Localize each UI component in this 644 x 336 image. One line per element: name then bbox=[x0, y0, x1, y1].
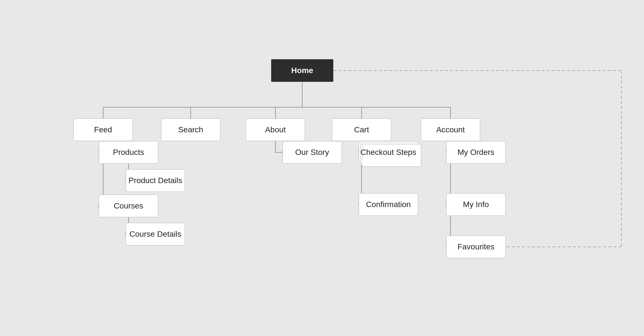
my-info-label: My Info bbox=[463, 200, 489, 209]
products-node[interactable]: Products bbox=[99, 141, 158, 164]
home-label: Home bbox=[291, 66, 313, 75]
about-node[interactable]: About bbox=[246, 118, 305, 141]
my-orders-node[interactable]: My Orders bbox=[446, 141, 506, 164]
search-node[interactable]: Search bbox=[161, 118, 220, 141]
about-label: About bbox=[265, 125, 286, 134]
cart-node[interactable]: Cart bbox=[332, 118, 391, 141]
confirmation-node[interactable]: Confirmation bbox=[359, 193, 418, 216]
courses-label: Courses bbox=[114, 201, 143, 210]
favourites-node[interactable]: Favourites bbox=[446, 236, 506, 258]
checkout-steps-label: Checkout Steps bbox=[360, 148, 416, 157]
search-label: Search bbox=[178, 125, 203, 134]
home-node[interactable]: Home bbox=[271, 59, 333, 82]
checkout-steps-node[interactable]: Checkout Steps bbox=[359, 141, 418, 164]
my-orders-label: My Orders bbox=[458, 148, 495, 157]
confirmation-label: Confirmation bbox=[366, 200, 411, 209]
course-details-label: Course Details bbox=[129, 230, 181, 239]
my-info-node[interactable]: My Info bbox=[446, 193, 506, 216]
favourites-label: Favourites bbox=[458, 242, 495, 251]
product-details-node[interactable]: Product Details bbox=[126, 169, 185, 192]
cart-label: Cart bbox=[354, 125, 369, 134]
our-story-label: Our Story bbox=[295, 148, 329, 157]
account-node[interactable]: Account bbox=[421, 118, 480, 141]
our-story-node[interactable]: Our Story bbox=[282, 141, 342, 164]
feed-label: Feed bbox=[94, 125, 112, 134]
account-label: Account bbox=[436, 125, 465, 134]
feed-node[interactable]: Feed bbox=[73, 118, 133, 141]
course-details-node[interactable]: Course Details bbox=[126, 223, 185, 245]
product-details-label: Product Details bbox=[129, 176, 182, 185]
courses-node[interactable]: Courses bbox=[99, 195, 158, 217]
products-label: Products bbox=[113, 148, 144, 157]
